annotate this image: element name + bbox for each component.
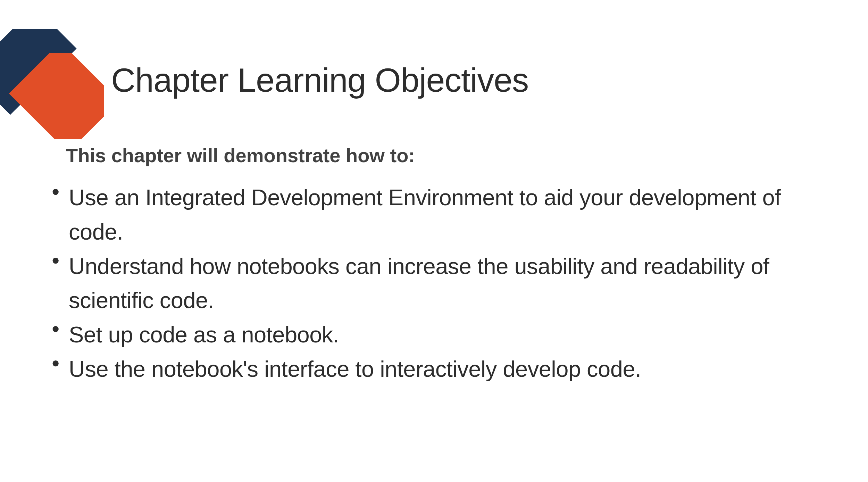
list-item: Use the notebook's interface to interact… bbox=[48, 352, 826, 387]
list-item: Set up code as a notebook. bbox=[48, 318, 826, 352]
page-subtitle: This chapter will demonstrate how to: bbox=[66, 144, 415, 167]
list-item: Use an Integrated Development Environmen… bbox=[48, 181, 826, 249]
objectives-list: Use an Integrated Development Environmen… bbox=[48, 181, 826, 387]
svg-marker-0 bbox=[0, 7, 77, 115]
corner-decoration-icon bbox=[0, 0, 104, 132]
page-title: Chapter Learning Objectives bbox=[111, 61, 528, 100]
list-item: Understand how notebooks can increase th… bbox=[48, 249, 826, 318]
svg-marker-1 bbox=[9, 42, 104, 139]
